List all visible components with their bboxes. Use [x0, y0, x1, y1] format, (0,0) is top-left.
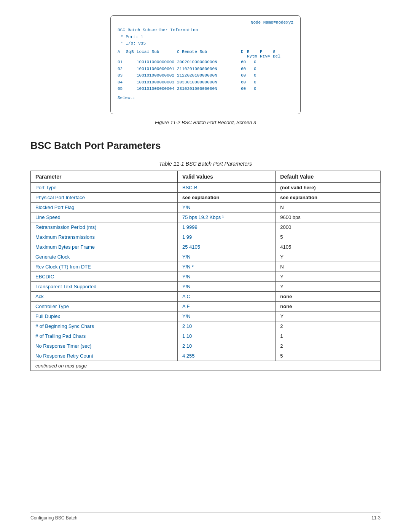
valid-cell: 4 255	[177, 351, 275, 361]
params-table: Parameter Valid Values Default Value Por…	[30, 171, 381, 371]
param-cell: No Response Retry Count	[31, 351, 178, 361]
valid-cell: A C	[177, 292, 275, 302]
terminal-title: BSC Batch Subscriber Information	[118, 28, 293, 32]
default-cell: 4105	[276, 242, 381, 252]
table-row: Line Speed75 bps 19.2 Kbps ¹9600 bps	[31, 212, 381, 222]
table-row: 01 100101000000000 200201000000000N 60 0	[118, 59, 293, 66]
default-cell: 2000	[276, 222, 381, 232]
default-cell: N	[276, 262, 381, 272]
valid-cell: Y/N	[177, 282, 275, 292]
table-row: Retransmission Period (ms)1 99992000	[31, 222, 381, 232]
default-cell: 5	[276, 232, 381, 242]
param-cell: Transparent Text Supported	[31, 282, 178, 292]
param-cell: # of Trailing Pad Chars	[31, 331, 178, 341]
continued-row: continued on next page	[31, 361, 381, 371]
default-cell: none	[276, 292, 381, 302]
param-cell: Ack	[31, 292, 178, 302]
table-row: Blocked Port FlagY/NN	[31, 203, 381, 212]
table-row: # of Trailing Pad Chars1 101	[31, 331, 381, 341]
default-cell: N	[276, 203, 381, 212]
table-row: Physical Port Interfacesee explanationse…	[31, 193, 381, 203]
param-cell: # of Beginning Sync Chars	[31, 321, 178, 331]
header-parameter: Parameter	[31, 171, 178, 183]
param-cell: Blocked Port Flag	[31, 203, 178, 212]
param-cell: Rcv Clock (TT) from DTE	[31, 262, 178, 272]
table-row: EBCDICY/NY	[31, 272, 381, 282]
valid-cell: 2 10	[177, 341, 275, 351]
default-cell: Y	[276, 252, 381, 262]
section-heading: BSC Batch Port Parameters	[30, 140, 381, 152]
table-header-row: Parameter Valid Values Default Value	[31, 171, 381, 183]
default-cell: Y	[276, 282, 381, 292]
param-cell: Generate Clock	[31, 252, 178, 262]
header-valid-values: Valid Values	[177, 171, 275, 183]
valid-cell: Y/N	[177, 272, 275, 282]
param-cell: Physical Port Interface	[31, 193, 178, 203]
terminal-header-row: A Sq B Local Sub C Remote Sub D E Rytm F…	[118, 50, 293, 59]
terminal-port-info: * Port: 1 * I/O: V35	[121, 34, 293, 46]
table-row: Full DuplexY/NY	[31, 312, 381, 321]
table-row: Port TypeBSC-B(not valid here)	[31, 183, 381, 193]
table-row: 04 100101000000003 203301000000000N 60 0	[118, 79, 293, 86]
footer-left: Configuring BSC Batch	[30, 515, 77, 521]
table-row: Rcv Clock (TT) from DTEY/N ²N	[31, 262, 381, 272]
figure-caption: Figure 11-2 BSC Batch Port Record, Scree…	[155, 120, 256, 125]
table-row: 05 100101000000004 231020100000000N 60 0	[118, 86, 293, 93]
default-cell: 5	[276, 351, 381, 361]
valid-cell: BSC-B	[177, 183, 275, 193]
terminal-figure: Node Name=nodexyz BSC Batch Subscriber I…	[30, 15, 381, 125]
default-cell: 2	[276, 321, 381, 331]
terminal-data-rows: 01 100101000000000 200201000000000N 60 0…	[118, 59, 293, 93]
table-row: No Response Retry Count4 2555	[31, 351, 381, 361]
valid-cell: Y/N	[177, 312, 275, 321]
default-cell: Y	[276, 312, 381, 321]
default-cell: 2	[276, 341, 381, 351]
table-caption: Table 11-1 BSC Batch Port Parameters	[30, 161, 381, 167]
footer-right: 11-3	[371, 515, 381, 521]
header-default-value: Default Value	[276, 171, 381, 183]
port-label: * Port: 1	[121, 34, 293, 40]
param-cell: Port Type	[31, 183, 178, 193]
default-cell: (not valid here)	[276, 183, 381, 193]
param-cell: Full Duplex	[31, 312, 178, 321]
default-cell: none	[276, 302, 381, 312]
terminal-select: Select:	[118, 96, 293, 100]
param-cell: EBCDIC	[31, 272, 178, 282]
param-cell: Maximum Bytes per Frame	[31, 242, 178, 252]
param-cell: Line Speed	[31, 212, 178, 222]
table-row: Controller TypeA Fnone	[31, 302, 381, 312]
valid-cell: 1 99	[177, 232, 275, 242]
table-row: Maximum Bytes per Frame25 41054105	[31, 242, 381, 252]
page-footer: Configuring BSC Batch 11-3	[30, 513, 381, 521]
valid-cell: see explanation	[177, 193, 275, 203]
table-row: Generate ClockY/NY	[31, 252, 381, 262]
table-row: 03 100101000000002 212202010000000N 60 0	[118, 72, 293, 79]
table-row: 02 100101000000001 211020100000000N 60 0	[118, 66, 293, 73]
table-row: No Response Timer (sec)2 102	[31, 341, 381, 351]
valid-cell: 75 bps 19.2 Kbps ¹	[177, 212, 275, 222]
node-name-label: Node Name=nodexyz	[251, 20, 293, 25]
default-cell: 9600 bps	[276, 212, 381, 222]
default-cell: see explanation	[276, 193, 381, 203]
table-row: Transparent Text SupportedY/NY	[31, 282, 381, 292]
terminal-screen: Node Name=nodexyz BSC Batch Subscriber I…	[110, 15, 301, 114]
param-cell: Controller Type	[31, 302, 178, 312]
valid-cell: 2 10	[177, 321, 275, 331]
table-row: Maximum Retransmissions1 995	[31, 232, 381, 242]
valid-cell: Y/N	[177, 203, 275, 212]
param-cell: Retransmission Period (ms)	[31, 222, 178, 232]
valid-cell: 25 4105	[177, 242, 275, 252]
io-label: * I/O: V35	[121, 40, 293, 47]
param-cell: No Response Timer (sec)	[31, 341, 178, 351]
table-row: # of Beginning Sync Chars2 102	[31, 321, 381, 331]
valid-cell: 1 9999	[177, 222, 275, 232]
valid-cell: A F	[177, 302, 275, 312]
valid-cell: Y/N	[177, 252, 275, 262]
valid-cell: Y/N ²	[177, 262, 275, 272]
default-cell: 1	[276, 331, 381, 341]
param-cell: Maximum Retransmissions	[31, 232, 178, 242]
valid-cell: 1 10	[177, 331, 275, 341]
table-row: AckA Cnone	[31, 292, 381, 302]
default-cell: Y	[276, 272, 381, 282]
